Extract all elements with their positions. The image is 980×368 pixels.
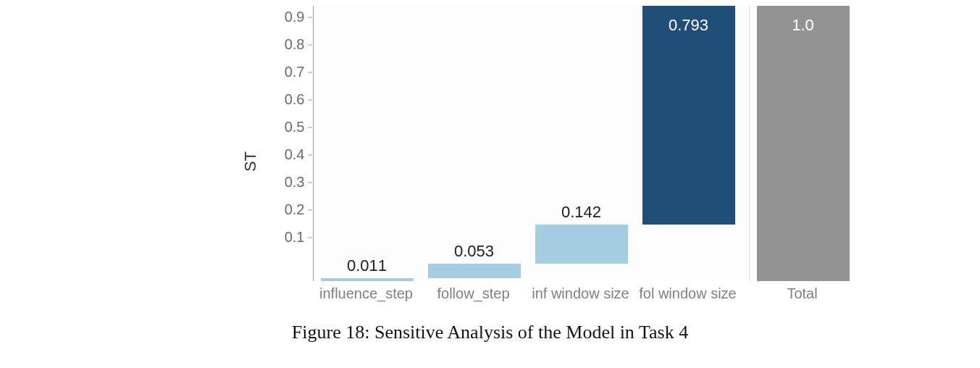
y-tick: 0.9 [285, 9, 305, 25]
y-axis: 0.1 0.2 0.3 0.4 0.5 0.6 0.7 0.8 0.9 [273, 6, 312, 281]
bar-value-label: 0.053 [454, 242, 494, 261]
y-axis-label: ST [241, 151, 260, 172]
x-tick-label: inf window size [532, 285, 629, 302]
y-tick: 0.5 [285, 119, 305, 135]
x-tick-label: follow_step [437, 285, 509, 302]
bar-value-label: 0.011 [347, 256, 387, 275]
x-axis: influence_step follow_step inf window si… [313, 281, 853, 317]
y-tick: 0.4 [285, 146, 305, 163]
x-tick-label: Total [787, 285, 817, 302]
bar-value-label: 1.0 [792, 16, 814, 35]
bar-value-label: 0.142 [561, 203, 601, 222]
plot-area: 0.011 0.053 0.142 0.793 1.0 [313, 6, 853, 281]
y-tick: 0.2 [285, 201, 305, 218]
bar-value-label: 0.793 [669, 16, 708, 35]
panel-separator [749, 6, 750, 281]
y-tick: 0.6 [285, 91, 305, 108]
y-tick: 0.8 [285, 36, 305, 53]
figure-caption: Figure 18: Sensitive Analysis of the Mod… [292, 322, 688, 343]
y-tick: 0.3 [285, 174, 305, 191]
x-tick-label: influence_step [319, 285, 413, 302]
x-tick-label: fol window size [639, 285, 737, 302]
chart-container: ST 0.1 0.2 0.3 0.4 0.5 0.6 0.7 0.8 0.9 0… [128, 6, 853, 317]
y-tick: 0.1 [285, 229, 305, 246]
y-tick: 0.7 [285, 64, 305, 80]
